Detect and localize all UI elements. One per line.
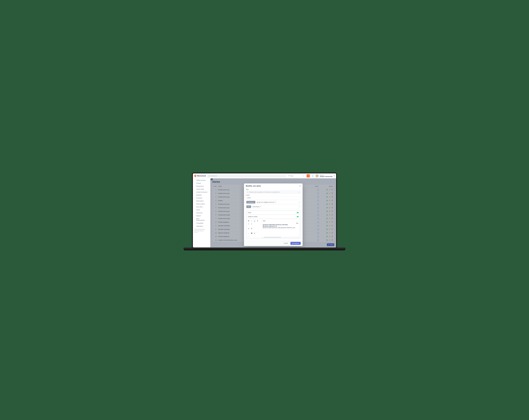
bold-button[interactable]: B xyxy=(248,220,250,222)
logo[interactable]: Monstock xyxy=(194,175,206,177)
chip-text: [CENTRALE] xyxy=(253,206,260,207)
editor-plain-row: {products.label} {products.code} {produc… xyxy=(263,227,299,229)
type-select[interactable]: 3 - Produits dont la quantité est inféri… xyxy=(246,191,301,194)
rights: Tous droits réservés. xyxy=(194,230,209,232)
notification-box: Email Notifier le mobile B I U xyxy=(246,210,301,239)
sidebar: ▫Tableau de bord▫Produits›▫Équipements›▫… xyxy=(193,178,210,247)
chevron-right-icon: › xyxy=(209,223,209,224)
chevron-right-icon: › xyxy=(209,209,209,211)
search-icon xyxy=(208,175,210,177)
sidebar-icon: ▫ xyxy=(194,200,195,202)
mobile-toggle[interactable] xyxy=(296,216,299,217)
bell-button[interactable] xyxy=(311,174,314,178)
remove-chip-icon[interactable]: ✕ xyxy=(275,202,276,203)
scan-button[interactable] xyxy=(307,174,310,178)
hr-button[interactable]: — xyxy=(248,232,250,234)
sidebar-item[interactable]: ▫Achats fournisseurs› xyxy=(193,191,210,194)
clear-format-button[interactable]: A xyxy=(254,232,256,234)
strike-button[interactable]: S xyxy=(257,220,259,222)
destinataires-label: Destinataires xyxy=(246,201,255,204)
italic-button[interactable]: I xyxy=(251,220,253,222)
location-select[interactable]: Tous ▾ xyxy=(287,174,305,178)
editor-toolbar: B I U S x2 x2 xyxy=(247,219,262,238)
sidebar-icon: ▫ xyxy=(194,191,195,193)
sidebar-icon: ▫ xyxy=(194,225,195,227)
scrollbar-thumb[interactable] xyxy=(264,237,281,238)
app-body: ▫Tableau de bord▫Produits›▫Équipements›▫… xyxy=(193,178,336,247)
sidebar-icon: ▫ xyxy=(194,215,195,216)
sidebar-item[interactable]: ▫Applications› xyxy=(193,225,210,228)
sidebar-item[interactable]: ▫Ventes clients› xyxy=(193,188,210,191)
search-input[interactable]: Recherche xyxy=(207,174,286,178)
remove-chip-icon[interactable]: ✕ xyxy=(260,206,261,207)
sidebar-icon: ▫ xyxy=(194,197,195,199)
horizontal-scrollbar[interactable]: ◂ ▸ xyxy=(262,237,299,238)
chevron-right-icon: › xyxy=(209,198,209,199)
mobile-row-label: Notifier le mobile xyxy=(248,216,257,217)
chevron-down-icon: ▾ xyxy=(299,206,300,207)
hamburger-button[interactable]: ≡ xyxy=(334,175,335,177)
sidebar-item-label: Produits xyxy=(196,182,201,184)
sidebar-item[interactable]: ▫Impression› xyxy=(193,211,210,214)
type-value: 3 - Produits dont la quantité est inféri… xyxy=(247,191,280,193)
edit-alert-modal: Modifier une alerte ✕ Type 3 - Produits … xyxy=(244,183,303,246)
pin-icon xyxy=(289,175,290,177)
sidebar-item[interactable]: ▫Production› xyxy=(193,197,210,200)
email-row-label: Email xyxy=(248,212,251,213)
sidebar-item[interactable]: ▫Sites / Emplacements› xyxy=(193,217,210,222)
sidebar-item-label: Production xyxy=(196,197,202,199)
sidebar-item[interactable]: ▫Équipements› xyxy=(193,185,210,188)
chevron-right-icon: › xyxy=(209,191,209,193)
subscript-button[interactable]: x2 xyxy=(248,223,250,225)
modal-footer: Annuler Sauvegarder xyxy=(244,241,303,246)
sites-row[interactable]: Sites [CENTRALE] ✕ ▾ xyxy=(246,205,301,208)
sidebar-item[interactable]: ▫Comptabilité› xyxy=(193,222,210,225)
editor-heading: Alert xyxy=(263,220,299,222)
sidebar-icon: ▫ xyxy=(194,222,195,224)
superscript-button[interactable]: x2 xyxy=(251,223,253,225)
sidebar-item[interactable]: ▫Tableau de bord xyxy=(193,179,210,182)
list-ul-button[interactable] xyxy=(251,228,253,229)
chevron-right-icon: › xyxy=(209,186,209,187)
sidebar-item[interactable]: ▫Requêtes› xyxy=(193,194,210,197)
modal-title: Modifier une alerte xyxy=(246,185,261,187)
sidebar-item-label: Sites / Emplacements xyxy=(196,218,208,221)
sidebar-icon: ▫ xyxy=(194,189,195,190)
table-button[interactable] xyxy=(251,232,253,234)
chevron-down-icon: ▾ xyxy=(299,191,300,193)
sidebar-item[interactable]: ▫Rapport› xyxy=(193,214,210,217)
avatar[interactable] xyxy=(316,174,319,178)
sidebar-item[interactable]: ▫Stocks› xyxy=(193,208,210,211)
sidebar-item[interactable]: ▫Prêts/Locations› xyxy=(193,203,210,205)
editor-content[interactable]: Alert {init. {products.label.title} {pro… xyxy=(262,219,300,238)
user-block: Bonjour Equipe Commerciale xyxy=(320,175,332,177)
undo-button[interactable]: ↶ xyxy=(257,232,259,234)
sidebar-item-label: Tableau de bord xyxy=(196,179,205,181)
sidebar-item[interactable]: ▫Scan direct xyxy=(193,205,210,208)
underline-button[interactable]: U xyxy=(254,220,256,222)
sidebar-item-label: Équipements xyxy=(196,185,204,187)
chevron-right-icon: › xyxy=(209,201,209,202)
redo-button[interactable]: ↷ xyxy=(248,235,250,237)
chevron-right-icon: › xyxy=(209,183,209,184)
email-toggle[interactable] xyxy=(296,212,299,213)
chevron-right-icon: › xyxy=(209,212,209,214)
sidebar-icon: ▫ xyxy=(194,209,195,211)
sidebar-item-label: Rapport xyxy=(196,215,201,216)
destinataires-row[interactable]: Destinataires gg dtg (com-mktg@monstock.… xyxy=(246,200,301,204)
cancel-button[interactable]: Annuler xyxy=(282,242,290,245)
greeting: Bonjour xyxy=(320,175,332,176)
save-button[interactable]: Sauvegarder xyxy=(291,242,301,245)
list-ol-button[interactable] xyxy=(248,228,250,229)
libelle-input[interactable] xyxy=(246,196,301,199)
sidebar-item-label: Requêtes xyxy=(196,194,202,196)
sidebar-icon: ▫ xyxy=(194,206,195,208)
chevron-right-icon: › xyxy=(209,215,209,216)
svg-rect-27 xyxy=(251,233,252,234)
chevron-down-icon: ▾ xyxy=(299,202,300,203)
sidebar-item[interactable]: ▫Produits› xyxy=(193,182,210,185)
close-button[interactable]: ✕ xyxy=(299,185,301,187)
sidebar-item[interactable]: ▫Réservations› xyxy=(193,200,210,203)
libelle-label: Libellé xyxy=(246,194,301,196)
sidebar-item-label: Impression xyxy=(196,212,202,214)
